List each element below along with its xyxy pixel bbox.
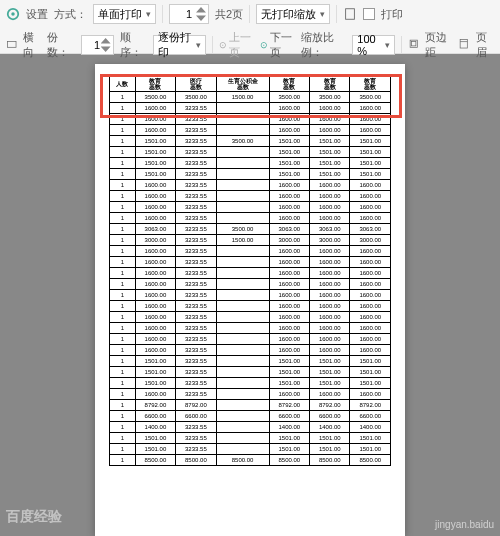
table-row: 13500.003500.001500.003500.003500.003500… xyxy=(110,92,391,103)
table-cell xyxy=(216,147,269,158)
table-cell: 1600.00 xyxy=(310,125,350,136)
page-spinner[interactable]: 1 xyxy=(169,4,209,24)
table-cell xyxy=(216,268,269,279)
table-cell: 3233.55 xyxy=(176,114,216,125)
table-cell: 8500.00 xyxy=(269,455,309,466)
table-cell: 1600.00 xyxy=(310,202,350,213)
table-row: 11600.003233.551600.001600.001600.00 xyxy=(110,389,391,400)
document-icon[interactable] xyxy=(343,7,357,21)
table-cell: 8792.00 xyxy=(176,400,216,411)
table-cell: 3233.55 xyxy=(176,356,216,367)
table-cell: 1600.00 xyxy=(310,246,350,257)
table-cell: 3233.55 xyxy=(176,180,216,191)
table-cell: 1600.00 xyxy=(350,312,391,323)
table-cell: 1501.00 xyxy=(310,433,350,444)
table-cell: 1600.00 xyxy=(269,290,309,301)
print-checkbox[interactable] xyxy=(363,8,375,20)
table-cell xyxy=(216,400,269,411)
table-cell: 8500.00 xyxy=(350,455,391,466)
table-cell: 3233.55 xyxy=(176,312,216,323)
table-cell: 1501.00 xyxy=(310,147,350,158)
table-cell: 1600.00 xyxy=(310,103,350,114)
table-cell: 3233.55 xyxy=(176,191,216,202)
table-cell: 8500.00 xyxy=(216,455,269,466)
table-cell: 1 xyxy=(110,147,136,158)
table-cell: 3000.00 xyxy=(269,235,309,246)
zoom-select[interactable]: 100 % xyxy=(352,35,395,55)
table-cell: 1501.00 xyxy=(350,433,391,444)
table-cell: 1 xyxy=(110,169,136,180)
scale-select[interactable]: 无打印缩放 xyxy=(256,4,330,24)
table-cell: 3500.00 xyxy=(350,92,391,103)
table-row: 11501.003233.551501.001501.001501.00 xyxy=(110,444,391,455)
table-cell: 1600.00 xyxy=(310,389,350,400)
table-cell: 3233.55 xyxy=(176,158,216,169)
table-cell: 1400.00 xyxy=(269,422,309,433)
next-page-button[interactable]: ⊙下一页 xyxy=(260,30,295,60)
table-cell: 1501.00 xyxy=(350,158,391,169)
table-cell: 1600.00 xyxy=(350,103,391,114)
table-cell: 3063.00 xyxy=(269,224,309,235)
table-cell: 1600.00 xyxy=(350,334,391,345)
order-label: 顺序： xyxy=(120,30,147,60)
header-label[interactable]: 页眉 xyxy=(476,30,494,60)
column-header: 教育基数 xyxy=(350,77,391,92)
table-row: 11600.003233.551600.001600.001600.00 xyxy=(110,279,391,290)
table-cell xyxy=(216,279,269,290)
prev-page-button[interactable]: ⊙上一页 xyxy=(219,30,254,60)
settings-icon[interactable] xyxy=(6,7,20,21)
copies-spinner[interactable]: 1 xyxy=(81,35,114,55)
table-cell: 1600.00 xyxy=(310,213,350,224)
table-cell: 1600.00 xyxy=(269,279,309,290)
orientation-label[interactable]: 横向 xyxy=(23,30,41,60)
table-row: 11600.003233.551600.001600.001600.00 xyxy=(110,114,391,125)
table-cell: 1600.00 xyxy=(269,114,309,125)
table-row: 11600.003233.551600.001600.001600.00 xyxy=(110,345,391,356)
table-row: 11600.003233.551600.001600.001600.00 xyxy=(110,180,391,191)
table-cell: 1501.00 xyxy=(269,356,309,367)
table-cell: 1600.00 xyxy=(269,323,309,334)
table-cell: 1501.00 xyxy=(269,147,309,158)
table-row: 11501.003233.551501.001501.001501.00 xyxy=(110,147,391,158)
table-cell: 1600.00 xyxy=(135,389,175,400)
table-cell: 1 xyxy=(110,290,136,301)
table-cell: 1 xyxy=(110,400,136,411)
margin-icon[interactable] xyxy=(408,38,419,52)
table-cell xyxy=(216,312,269,323)
table-cell: 1501.00 xyxy=(269,378,309,389)
table-cell: 1600.00 xyxy=(350,279,391,290)
table-cell: 1 xyxy=(110,180,136,191)
table-cell: 1600.00 xyxy=(135,312,175,323)
order-select[interactable]: 逐份打印 xyxy=(153,35,206,55)
table-cell: 1501.00 xyxy=(310,356,350,367)
table-cell: 3233.55 xyxy=(176,389,216,400)
table-cell: 3500.00 xyxy=(216,136,269,147)
header-icon[interactable] xyxy=(458,38,469,52)
table-cell xyxy=(216,202,269,213)
table-cell: 3233.55 xyxy=(176,224,216,235)
table-cell: 1 xyxy=(110,202,136,213)
table-cell: 1600.00 xyxy=(269,334,309,345)
print-label[interactable]: 打印 xyxy=(381,7,403,22)
orientation-icon[interactable] xyxy=(6,38,17,52)
table-cell: 1501.00 xyxy=(350,444,391,455)
table-cell: 1501.00 xyxy=(135,444,175,455)
column-header: 人数 xyxy=(110,77,136,92)
table-cell: 1600.00 xyxy=(269,191,309,202)
table-cell: 1501.00 xyxy=(269,158,309,169)
table-cell: 1600.00 xyxy=(269,213,309,224)
table-row: 11501.003233.551501.001501.001501.00 xyxy=(110,433,391,444)
table-cell: 3233.55 xyxy=(176,301,216,312)
table-cell: 3500.00 xyxy=(135,92,175,103)
settings-label[interactable]: 设置 xyxy=(26,7,48,22)
table-cell: 3063.00 xyxy=(135,224,175,235)
margin-label[interactable]: 页边距 xyxy=(425,30,452,60)
column-header: 教育基数 xyxy=(310,77,350,92)
table-cell: 1501.00 xyxy=(350,378,391,389)
table-cell: 1600.00 xyxy=(350,114,391,125)
table-cell: 1600.00 xyxy=(135,334,175,345)
table-cell: 3233.55 xyxy=(176,257,216,268)
table-row: 11501.003233.551501.001501.001501.00 xyxy=(110,367,391,378)
mode-select[interactable]: 单面打印 xyxy=(93,4,156,24)
table-cell: 1 xyxy=(110,103,136,114)
